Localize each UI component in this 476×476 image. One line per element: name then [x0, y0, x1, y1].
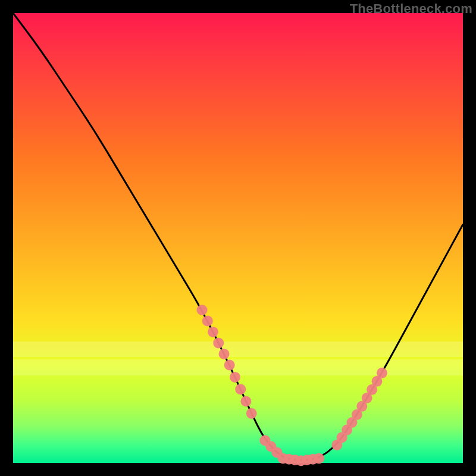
highlight-dot	[377, 368, 387, 378]
highlight-dot	[230, 372, 240, 383]
plot-area	[13, 13, 463, 463]
highlight-dot	[246, 408, 257, 419]
highlight-dots	[197, 305, 387, 466]
highlight-dot	[240, 396, 251, 407]
highlight-dot	[202, 315, 213, 326]
highlight-dot	[224, 360, 235, 371]
curve-svg	[13, 13, 463, 463]
highlight-dot	[219, 349, 230, 359]
highlight-dot	[213, 337, 224, 348]
highlight-dot	[197, 305, 208, 315]
highlight-dot	[208, 327, 218, 337]
chart-frame: TheBottleneck.com	[0, 0, 476, 476]
highlight-dot	[314, 453, 324, 464]
highlight-dot	[235, 384, 246, 394]
